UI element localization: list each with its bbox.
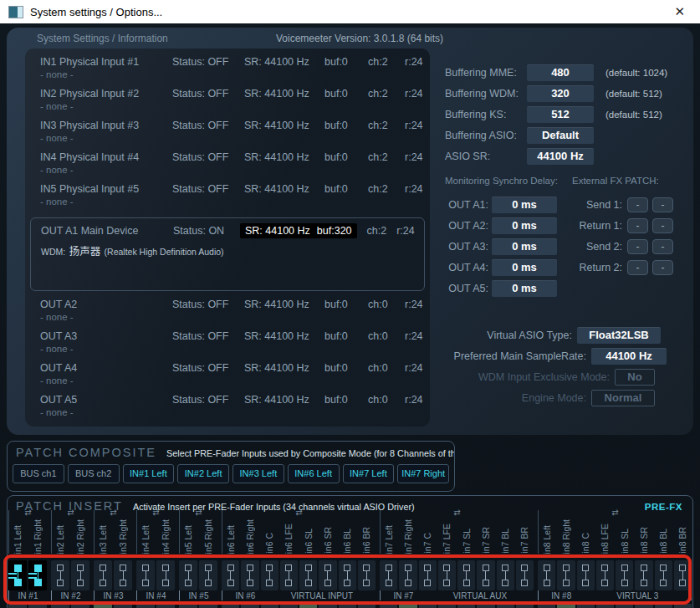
monitor-delay-value[interactable]: 0 ms — [492, 238, 557, 255]
insert-toggle[interactable] — [516, 560, 534, 590]
insert-toggle[interactable] — [28, 560, 47, 590]
insert-toggle[interactable] — [457, 560, 475, 590]
fx-patch-slot[interactable]: - — [627, 218, 648, 233]
insert-post-cell[interactable] — [457, 604, 475, 608]
composite-button[interactable]: IN#7 Left — [343, 464, 395, 483]
insert-toggle[interactable] — [222, 560, 239, 590]
insert-post-cell[interactable] — [179, 604, 197, 608]
fx-patch-slot[interactable]: - — [627, 260, 648, 275]
insert-toggle[interactable] — [438, 560, 456, 590]
insert-toggle[interactable] — [299, 560, 317, 590]
composite-button[interactable]: IN#2 Left — [177, 464, 229, 483]
insert-toggle[interactable] — [419, 560, 437, 590]
device-row[interactable]: IN2 Physical Input #2Status: OFFSR: 4410… — [25, 85, 430, 117]
insert-toggle[interactable] — [136, 560, 155, 590]
insert-post-cell[interactable] — [438, 604, 456, 608]
insert-toggle[interactable] — [199, 560, 217, 590]
composite-button[interactable]: IN#1 Left — [123, 464, 175, 483]
monitor-delay-value[interactable]: 0 ms — [492, 197, 557, 213]
close-icon[interactable]: ✕ — [667, 4, 692, 19]
insert-post-cell[interactable] — [51, 604, 69, 608]
device-row[interactable]: OUT A2Status: OFFSR: 44100 Hzbuf:0ch:0r:… — [25, 296, 430, 328]
insert-toggle[interactable] — [71, 560, 89, 590]
insert-toggle[interactable] — [358, 560, 376, 590]
fx-patch-slot[interactable]: - — [652, 239, 673, 254]
option-value[interactable]: Float32LSB — [577, 327, 661, 344]
insert-post-cell[interactable] — [635, 604, 652, 608]
insert-toggle[interactable] — [114, 560, 132, 590]
buffering-value[interactable]: 44100 Hz — [527, 148, 594, 165]
device-row[interactable]: OUT A3Status: OFFSR: 44100 Hzbuf:0ch:0r:… — [25, 328, 430, 360]
insert-post-cell[interactable] — [516, 604, 534, 608]
composite-button[interactable]: IN#7 Right — [397, 464, 449, 483]
device-row[interactable]: IN4 Physical Input #4Status: OFFSR: 4410… — [25, 149, 430, 181]
insert-post-cell[interactable] — [114, 604, 132, 608]
insert-post-cell[interactable] — [261, 604, 278, 608]
insert-toggle[interactable] — [616, 560, 633, 590]
composite-button[interactable]: BUS ch1 — [13, 464, 64, 483]
insert-post-cell[interactable] — [199, 604, 217, 608]
monitor-delay-value[interactable]: 0 ms — [492, 217, 557, 234]
insert-post-cell[interactable] — [156, 604, 175, 608]
device-row[interactable]: IN1 Physical Input #1Status: OFFSR: 4410… — [25, 54, 430, 85]
insert-post-cell[interactable] — [419, 604, 437, 608]
insert-toggle[interactable] — [577, 560, 595, 590]
insert-post-cell[interactable] — [299, 604, 317, 608]
fx-patch-slot[interactable]: - — [652, 218, 673, 233]
fx-patch-slot[interactable]: - — [652, 260, 673, 275]
insert-post-cell[interactable] — [319, 604, 336, 608]
insert-post-cell[interactable] — [222, 604, 239, 608]
insert-post-cell[interactable] — [358, 604, 376, 608]
fx-patch-slot[interactable]: - — [652, 197, 673, 212]
device-row[interactable]: OUT A4Status: OFFSR: 44100 Hzbuf:0ch:0r:… — [25, 360, 430, 391]
insert-post-cell[interactable] — [8, 604, 27, 608]
insert-toggle[interactable] — [241, 560, 258, 590]
insert-post-cell[interactable] — [538, 604, 555, 608]
insert-post-cell[interactable] — [94, 604, 112, 608]
insert-toggle[interactable] — [557, 560, 575, 590]
buffering-value[interactable]: 512 — [527, 106, 594, 123]
fx-patch-slot[interactable]: - — [627, 197, 648, 212]
insert-post-cell[interactable] — [557, 604, 575, 608]
device-row[interactable]: IN3 Physical Input #3Status: OFFSR: 4410… — [25, 117, 430, 149]
insert-toggle[interactable] — [8, 560, 27, 590]
insert-post-cell[interactable] — [241, 604, 258, 608]
insert-post-cell[interactable] — [339, 604, 356, 608]
insert-toggle[interactable] — [261, 560, 278, 590]
insert-toggle[interactable] — [635, 560, 652, 590]
monitor-delay-value[interactable]: 0 ms — [492, 259, 557, 276]
buffering-value[interactable]: 480 — [527, 64, 594, 81]
insert-toggle[interactable] — [339, 560, 356, 590]
insert-toggle[interactable] — [94, 560, 112, 590]
insert-toggle[interactable] — [156, 560, 175, 590]
insert-toggle[interactable] — [399, 560, 416, 590]
buffering-value[interactable]: Default — [527, 127, 594, 144]
insert-post-cell[interactable] — [28, 604, 47, 608]
insert-toggle[interactable] — [319, 560, 336, 590]
insert-post-cell[interactable] — [655, 604, 672, 608]
insert-toggle[interactable] — [596, 560, 614, 590]
out-a1-device-panel[interactable]: OUT A1 Main Device Status: ON SR: 44100 … — [30, 217, 425, 291]
insert-toggle[interactable] — [674, 560, 692, 590]
monitor-delay-value[interactable]: 0 ms — [492, 280, 557, 297]
insert-post-cell[interactable] — [71, 604, 89, 608]
insert-toggle[interactable] — [179, 560, 197, 590]
composite-button[interactable]: BUS ch2 — [68, 464, 120, 483]
device-row[interactable]: OUT A5Status: OFFSR: 44100 Hzbuf:0ch:0r:… — [25, 391, 430, 423]
insert-post-cell[interactable] — [674, 604, 692, 608]
insert-toggle[interactable] — [497, 560, 514, 590]
insert-post-cell[interactable] — [616, 604, 633, 608]
insert-post-cell[interactable] — [596, 604, 614, 608]
insert-toggle[interactable] — [538, 560, 555, 590]
insert-post-cell[interactable] — [399, 604, 416, 608]
insert-post-cell[interactable] — [380, 604, 397, 608]
option-value[interactable]: 44100 Hz — [591, 348, 667, 365]
fx-patch-slot[interactable]: - — [627, 239, 648, 254]
insert-toggle[interactable] — [380, 560, 397, 590]
insert-post-cell[interactable] — [136, 604, 155, 608]
buffering-value[interactable]: 320 — [527, 85, 594, 102]
insert-toggle[interactable] — [477, 560, 494, 590]
composite-button[interactable]: IN#3 Left — [232, 464, 284, 483]
insert-post-cell[interactable] — [477, 604, 494, 608]
composite-button[interactable]: IN#6 Left — [288, 464, 340, 483]
